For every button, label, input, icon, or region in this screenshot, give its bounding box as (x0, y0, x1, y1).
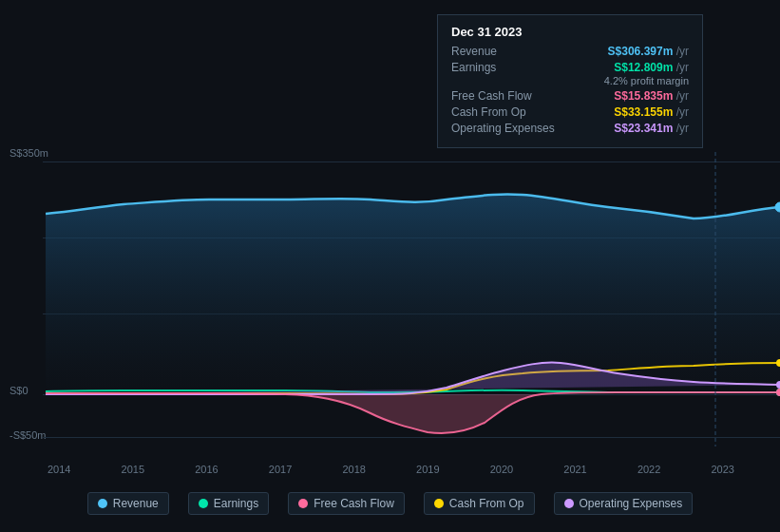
tooltip-opex-row: Operating Expenses S$23.341m /yr (451, 122, 689, 135)
tooltip-revenue-label: Revenue (451, 45, 497, 58)
legend-cfo[interactable]: Cash From Op (424, 492, 535, 515)
chart-container: Dec 31 2023 Revenue S$306.397m /yr Earni… (0, 0, 780, 532)
tooltip-margin: 4.2% profit margin (451, 75, 689, 86)
tooltip-fcf-row: Free Cash Flow S$15.835m /yr (451, 89, 689, 103)
tooltip-opex-label: Operating Expenses (451, 122, 555, 135)
legend-fcf[interactable]: Free Cash Flow (288, 492, 405, 515)
legend-dot-revenue (98, 499, 107, 508)
tooltip-box: Dec 31 2023 Revenue S$306.397m /yr Earni… (437, 14, 703, 148)
tooltip-fcf-label: Free Cash Flow (451, 89, 532, 103)
x-label-2023: 2023 (711, 464, 733, 475)
legend-opex[interactable]: Operating Expenses (554, 492, 694, 515)
tooltip-date: Dec 31 2023 (451, 25, 689, 39)
legend-dot-earnings (199, 499, 208, 508)
legend-label-earnings: Earnings (214, 497, 258, 510)
tooltip-cfo-label: Cash From Op (451, 105, 526, 119)
x-label-2020: 2020 (490, 464, 513, 475)
x-label-2016: 2016 (195, 464, 218, 475)
legend-dot-opex (564, 499, 574, 508)
tooltip-fcf-value: S$15.835m /yr (614, 89, 689, 103)
legend-revenue[interactable]: Revenue (87, 492, 169, 515)
tooltip-revenue-value: S$306.397m /yr (608, 45, 689, 58)
legend-dot-cfo (434, 499, 444, 508)
legend-label-opex: Operating Expenses (580, 497, 683, 510)
legend-label-revenue: Revenue (113, 497, 159, 510)
legend-dot-fcf (298, 499, 308, 508)
legend-label-cfo: Cash From Op (449, 497, 524, 510)
x-label-2021: 2021 (563, 464, 586, 475)
tooltip-cfo-value: S$33.155m /yr (614, 105, 689, 119)
tooltip-earnings-label: Earnings (451, 61, 496, 74)
x-label-2022: 2022 (637, 464, 660, 475)
x-label-2019: 2019 (416, 464, 439, 475)
legend: Revenue Earnings Free Cash Flow Cash Fro… (0, 492, 780, 515)
tooltip-revenue-row: Revenue S$306.397m /yr (451, 45, 689, 58)
x-labels: 2014 2015 2016 2017 2018 2019 2020 2021 … (0, 464, 780, 475)
tooltip-earnings-row: Earnings S$12.809m /yr (451, 61, 689, 74)
tooltip-earnings-value: S$12.809m /yr (614, 61, 689, 74)
x-label-2018: 2018 (342, 464, 365, 475)
x-label-2015: 2015 (122, 464, 144, 475)
legend-earnings[interactable]: Earnings (188, 492, 269, 515)
tooltip-cfo-row: Cash From Op S$33.155m /yr (451, 105, 689, 119)
legend-label-fcf: Free Cash Flow (314, 497, 394, 510)
tooltip-opex-value: S$23.341m /yr (614, 122, 689, 135)
x-label-2014: 2014 (48, 464, 70, 475)
x-label-2017: 2017 (269, 464, 292, 475)
